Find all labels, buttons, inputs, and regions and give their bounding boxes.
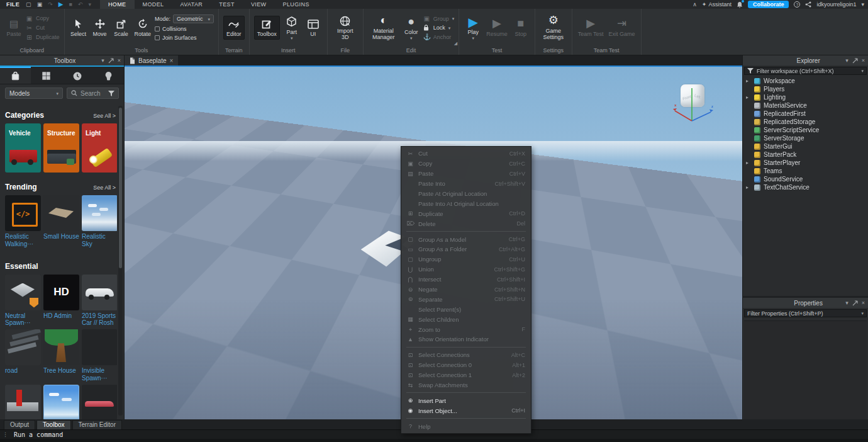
tab-baseplate[interactable]: Baseplate × [125, 55, 178, 65]
customize-quick-access-icon[interactable]: ▾ [88, 0, 91, 9]
collapse-ribbon-icon[interactable]: ∧ [693, 1, 697, 8]
account-username[interactable]: idkyourreligoin1 [816, 1, 856, 8]
account-caret-icon[interactable]: ▾ [861, 1, 864, 8]
import-3d-button[interactable]: Import 3D [332, 14, 359, 41]
filter-icon[interactable] [108, 91, 114, 96]
menu-tab[interactable]: VIEW [243, 0, 275, 9]
chevron-down-icon[interactable]: ▾ [861, 69, 864, 72]
tab-marketplace[interactable] [0, 67, 31, 84]
tab-recent[interactable] [62, 67, 93, 84]
resume-button[interactable]: ▶ Resume [485, 18, 509, 38]
assistant-button[interactable]: ✦ Assistant [702, 1, 732, 8]
play-button[interactable]: ▶ Play ▾ [464, 16, 482, 40]
tree-item[interactable]: ▸ ServerScriptService [743, 126, 868, 134]
select-tool-button[interactable]: Select [69, 18, 88, 38]
context-menu-item[interactable]: ◉ Insert Object... Ctrl+I [401, 405, 531, 416]
popout-icon[interactable] [108, 58, 114, 64]
rotate-tool-button[interactable]: Rotate [133, 18, 153, 38]
properties-filter-input[interactable]: Filter Properties (Ctrl+Shift+P) ▾ [744, 309, 867, 317]
chevron-down-icon[interactable]: ▾ [845, 57, 849, 64]
search-input[interactable]: Search [67, 88, 119, 99]
terrain-editor-button[interactable]: Editor [223, 16, 245, 40]
tree-item[interactable]: ▸ StarterPack [743, 150, 868, 159]
tree-item[interactable]: ▸ StarterPlayer [743, 159, 868, 167]
ui-button[interactable]: UI [304, 18, 323, 38]
models-dropdown[interactable]: Models ▾ [5, 88, 63, 99]
edit-group-expand-icon[interactable]: ◢ [454, 41, 457, 46]
team-test-button[interactable]: ▶ Team Test [577, 18, 605, 38]
tree-item[interactable]: ▸ ReplicatedFirst [743, 110, 868, 118]
dock-tab[interactable]: Terrain Editor [72, 420, 122, 429]
mode-dropdown[interactable]: Geometric▾ [173, 14, 214, 23]
exit-game-button[interactable]: ⇥ Exit Game [608, 18, 637, 38]
join-surfaces-checkbox[interactable]: Join Surfaces [155, 35, 214, 41]
lock-button[interactable]: Lock▾ [423, 25, 455, 31]
notifications-bell-icon[interactable] [737, 1, 743, 8]
menu-tab[interactable]: HOME [100, 0, 135, 9]
menu-tab[interactable]: PLUGINS [275, 0, 318, 9]
tree-item[interactable]: ▸ ReplicatedStorage [743, 118, 868, 126]
paste-button[interactable]: ▤ Paste [4, 18, 23, 38]
tree-item[interactable]: ▸ SoundService [743, 175, 868, 183]
color-button[interactable]: ● Color ▾ [402, 16, 421, 40]
categories-see-all-link[interactable]: See All > [93, 113, 116, 119]
asset-item[interactable]: 2019 Sports Car // Rosh [82, 275, 117, 327]
command-input[interactable]: Run a command [14, 431, 63, 438]
toolbox-scrollbar[interactable] [118, 106, 123, 416]
expand-arrow-icon[interactable]: ▸ [746, 184, 751, 190]
popout-icon[interactable] [852, 58, 858, 64]
tree-item[interactable]: ▸ Players [743, 85, 868, 93]
chevron-down-icon[interactable]: ▾ [101, 57, 104, 64]
expand-arrow-icon[interactable]: ▸ [746, 94, 751, 100]
expand-arrow-icon[interactable]: ▸ [746, 160, 751, 166]
drag-handle-icon[interactable]: ⋮ [0, 431, 14, 438]
popout-icon[interactable] [852, 300, 858, 306]
asset-item[interactable]: Realistic Walking··· [5, 195, 41, 248]
group-button[interactable]: ▣Group▾ [423, 15, 455, 22]
share-icon[interactable] [805, 1, 811, 8]
scale-tool-button[interactable]: Scale [112, 18, 131, 38]
open-file-icon[interactable]: ▣ [37, 0, 43, 9]
tree-item[interactable]: ▸ MaterialService [743, 101, 868, 110]
undo-icon[interactable]: ↶ [78, 0, 83, 9]
collaborate-button[interactable]: Collaborate [748, 1, 789, 8]
toolbox-button[interactable]: Toolbox [254, 16, 280, 40]
menu-tab[interactable]: AVATAR [172, 0, 211, 9]
asset-item[interactable]: Tree House [43, 329, 79, 382]
tree-item[interactable]: ▸ Teams [743, 167, 868, 175]
tab-creations[interactable] [93, 67, 124, 84]
copy-button[interactable]: ▣Copy [26, 15, 60, 22]
tree-item[interactable]: ▸ TextChatService [743, 183, 868, 191]
asset-item[interactable]: Invisible Spawn··· [82, 329, 117, 382]
dock-tab[interactable]: Toolbox [36, 420, 70, 429]
close-icon[interactable]: × [862, 300, 865, 306]
material-manager-button[interactable]: ◐ Material Manager [368, 14, 399, 41]
chevron-down-icon[interactable]: ▾ [845, 300, 849, 306]
asset-item[interactable]: HD Admin [43, 275, 79, 327]
trending-see-all-link[interactable]: See All > [93, 184, 116, 191]
asset-item[interactable] [5, 385, 41, 419]
stop-quick-icon[interactable]: ■ [69, 0, 72, 9]
game-settings-button[interactable]: ⚙ Game Settings [540, 14, 567, 41]
category-card[interactable]: Vehicle [5, 123, 41, 173]
category-card[interactable]: Structure [43, 123, 79, 173]
view-orientation-cube[interactable]: Front Left x z [669, 81, 716, 127]
play-quick-icon[interactable]: ▶ [58, 0, 64, 9]
anchor-button[interactable]: ⚓Anchor [423, 33, 455, 40]
tab-inventory[interactable] [31, 67, 62, 84]
asset-item[interactable]: Small House [43, 195, 79, 248]
file-menu[interactable]: FILE [0, 1, 26, 8]
tree-item[interactable]: ▸ Lighting [743, 93, 868, 101]
tree-item[interactable]: ▸ StarterGui [743, 142, 868, 150]
asset-item[interactable]: Neutral Spawn··· [5, 275, 41, 327]
scrollbar-thumb[interactable] [119, 108, 122, 268]
new-file-icon[interactable]: ▢ [26, 0, 31, 9]
move-tool-button[interactable]: Move [91, 18, 109, 38]
chevron-down-icon[interactable]: ▾ [861, 312, 864, 315]
asset-item[interactable]: road [5, 329, 41, 382]
asset-item[interactable]: Realistic Sky [82, 195, 117, 248]
help-icon[interactable]: ? [794, 1, 800, 8]
asset-item[interactable] [43, 385, 79, 419]
close-tab-icon[interactable]: × [169, 57, 173, 64]
cut-button[interactable]: ✂Cut [26, 25, 60, 31]
